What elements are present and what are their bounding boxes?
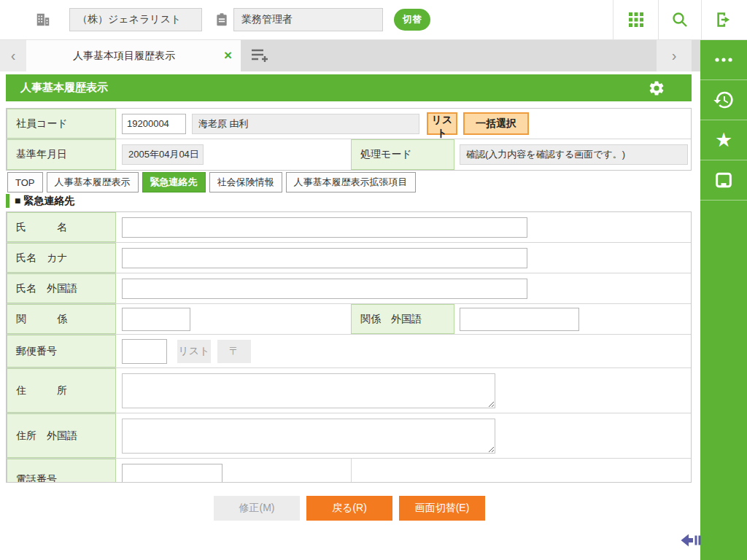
switch-button[interactable]: 切替 [394,9,430,31]
employee-code-row: 社員コード 海老原 由利 リスト 一括選択 [7,109,691,139]
name-input[interactable] [122,217,527,238]
tab-social-insurance[interactable]: 社会保険情報 [209,172,282,192]
section-nav-tabs: TOP 人事基本履歴表示 緊急連絡先 社会保険情報 人事基本履歴表示拡張項目 [7,172,416,192]
footer-actions: 修正(M) 戻る(R) 画面切替(E) [214,496,485,521]
relation-input[interactable] [122,308,190,331]
phone-label: 電話番号 [7,459,116,483]
tab-active[interactable]: 人事基本項目履歴表示 × [26,40,241,71]
header-divider [658,0,659,40]
name-foreign-input[interactable] [122,279,527,299]
clipboard-icon [214,12,229,31]
employee-code-label: 社員コード [7,109,116,139]
building-icon [35,12,51,31]
header-divider [613,0,614,40]
employee-code-input[interactable] [122,114,186,134]
tab-scroll-right-icon[interactable]: › [657,40,692,71]
history-icon[interactable] [700,80,747,120]
tab-basic-history[interactable]: 人事基本履歴表示 [47,172,139,192]
role-input[interactable] [233,8,383,31]
tab-close-icon[interactable]: × [224,47,232,64]
memo-panel-icon[interactable] [700,160,747,201]
process-mode-value: 確認(入力内容を確認する画面です。) [460,144,688,165]
page-title: 人事基本履歴表示 [6,81,108,95]
phone-input[interactable] [122,464,222,483]
top-header: 切替 [0,0,747,40]
window-tabbar: ‹ 人事基本項目履歴表示 × › [0,40,700,71]
relation-row: 関 係 関係 外国語 [7,304,691,335]
tab-active-label: 人事基本項目履歴表示 [73,50,175,63]
emergency-contact-form: 氏 名 氏名 カナ 氏名 外国語 関 係 関係 外国語 郵便番号 リスト 〒 住… [6,211,692,483]
address-foreign-textarea[interactable] [122,419,495,454]
postal-code-input[interactable] [122,339,167,364]
relation-foreign-label: 関係 外国語 [351,304,454,334]
cell-divider [351,459,352,483]
bulk-select-button[interactable]: 一括選択 [463,112,529,135]
settings-gear-icon[interactable] [648,79,665,97]
name-kana-row: 氏名 カナ [7,243,691,273]
tab-extended-items[interactable]: 人事基本履歴表示拡張項目 [286,172,416,192]
screen-switch-button[interactable]: 画面切替(E) [399,496,485,521]
address-foreign-label: 住所 外国語 [7,413,116,458]
name-foreign-row: 氏名 外国語 [7,273,691,304]
base-date-value: 2005年04月04日 [122,144,204,165]
name-row: 氏 名 [7,212,691,243]
record-header-table: 社員コード 海老原 由利 リスト 一括選択 基準年月日 2005年04月04日 … [6,108,692,171]
address-label: 住 所 [7,368,116,413]
back-button[interactable]: 戻る(R) [306,496,392,521]
favorites-star-icon[interactable]: ★ [700,120,747,160]
modify-button[interactable]: 修正(M) [214,496,300,521]
apps-grid-icon[interactable] [626,10,646,31]
section-accent-bar [6,194,9,208]
phone-row: 電話番号 [7,459,691,483]
tab-emergency-contact[interactable]: 緊急連絡先 [142,172,206,192]
section-header: ■ 緊急連絡先 [6,194,74,208]
right-sidebar: ★ [700,40,747,560]
employee-name-value: 海老原 由利 [192,114,419,134]
name-label: 氏 名 [7,212,116,242]
header-divider [701,0,702,40]
postal-mark-button[interactable]: 〒 [217,340,251,363]
process-mode-label: 処理モード [351,139,454,170]
name-kana-input[interactable] [122,248,527,268]
more-options-icon[interactable] [700,40,747,80]
base-date-row: 基準年月日 2005年04月04日 処理モード 確認(入力内容を確認する画面です… [7,139,691,170]
company-input[interactable] [69,8,202,31]
tab-scroll-left-icon[interactable]: ‹ [0,40,26,71]
tab-top[interactable]: TOP [7,172,43,192]
hr-app-window: 切替 ‹ 人事基本項目履歴表示 × [0,0,747,560]
employee-list-button[interactable]: リスト [427,112,457,135]
name-kana-label: 氏名 カナ [7,243,116,273]
address-row: 住 所 [7,368,691,413]
search-icon[interactable] [670,10,690,31]
postal-code-label: 郵便番号 [7,335,116,368]
section-title: ■ 緊急連絡先 [15,195,74,208]
base-date-label: 基準年月日 [7,139,116,170]
logout-icon[interactable] [713,10,734,31]
relation-label: 関 係 [7,304,116,334]
name-foreign-label: 氏名 外国語 [7,273,116,303]
postal-list-button[interactable]: リスト [177,340,211,363]
address-foreign-row: 住所 外国語 [7,413,691,459]
address-textarea[interactable] [122,373,495,408]
screen-titlebar: 人事基本履歴表示 [6,74,692,101]
relation-foreign-input[interactable] [460,308,579,331]
add-tab-icon[interactable] [248,47,271,66]
collapse-panel-arrow-icon[interactable] [680,531,703,550]
postal-code-row: 郵便番号 リスト 〒 [7,335,691,368]
